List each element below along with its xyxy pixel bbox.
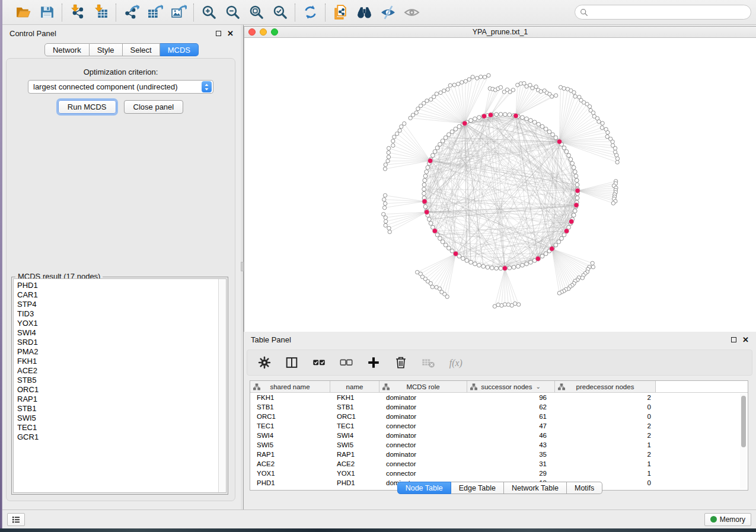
mcds-result-item[interactable]: TID3 — [17, 309, 218, 319]
mcds-result-item[interactable]: PMA2 — [17, 347, 218, 357]
desktop-wallpaper-strip — [0, 528, 756, 532]
export-table-button[interactable] — [146, 4, 164, 21]
cell: 2 — [555, 394, 656, 401]
tab-motifs[interactable]: Motifs — [567, 482, 602, 494]
table-row[interactable]: ORC1ORC1dominator610 — [250, 412, 748, 421]
table-row[interactable]: TEC1TEC1connector472 — [250, 421, 748, 431]
table-row[interactable]: SWI4SWI4dominator462 — [250, 431, 748, 440]
mcds-result-item[interactable]: STB5 — [17, 376, 218, 385]
import-table-button[interactable] — [92, 4, 110, 21]
delete-table-icon — [421, 355, 435, 370]
clone-network-button[interactable] — [331, 4, 349, 21]
mcds-result-item[interactable]: SWI5 — [17, 414, 218, 423]
export-image-button[interactable] — [170, 4, 187, 21]
network-canvas[interactable] — [244, 38, 756, 332]
table-row[interactable]: FKH1FKH1dominator962 — [250, 393, 748, 402]
save-icon — [39, 4, 55, 20]
tab-network[interactable]: Network — [44, 43, 90, 56]
columns-icon — [285, 355, 299, 370]
show-details-button[interactable] — [403, 4, 420, 21]
mcds-result-list[interactable]: PHD1CAR1STP4TID3YOX1SWI4SRD1PMA2FKH1ACE2… — [17, 281, 218, 492]
table-panel-title: Table Panel — [251, 335, 291, 344]
delete-button[interactable] — [393, 355, 409, 370]
mcds-result-scrollbar[interactable] — [218, 279, 226, 492]
mcds-result-item[interactable]: FKH1 — [17, 357, 218, 366]
column-header-predecessor-nodes[interactable]: predecessor nodes — [555, 381, 656, 392]
mcds-result-item[interactable]: RAP1 — [17, 395, 218, 404]
refresh-button[interactable] — [301, 4, 319, 21]
gear-button[interactable] — [257, 355, 272, 370]
save-button[interactable] — [38, 4, 56, 21]
close-panel-button[interactable]: Close panel — [124, 100, 184, 114]
mcds-result-item[interactable]: YOX1 — [17, 319, 218, 328]
cell: 62 — [467, 403, 555, 411]
mcds-result-item[interactable]: STP4 — [17, 300, 218, 309]
close-table-panel-icon[interactable]: ✕ — [742, 336, 749, 344]
select-all-button[interactable] — [311, 355, 327, 370]
column-header-shared-name[interactable]: shared name — [250, 381, 330, 392]
deselect-all-button[interactable] — [339, 355, 354, 370]
tab-node-table[interactable]: Node Table — [397, 482, 451, 494]
mcds-result-item[interactable]: PHD1 — [17, 281, 218, 290]
open-folder-button[interactable] — [14, 4, 32, 21]
mcds-result-item[interactable]: SWI4 — [17, 328, 218, 338]
hide-details-icon — [380, 4, 396, 20]
cell: STB1 — [250, 403, 330, 411]
function-button: f(x) — [448, 355, 463, 370]
network-window-titlebar[interactable]: YPA_prune.txt_1 — [244, 27, 756, 38]
add-button[interactable] — [366, 355, 381, 370]
table-row[interactable]: YOX1YOX1connector291 — [250, 469, 748, 478]
import-network-button[interactable] — [68, 4, 86, 21]
network-search-box[interactable] — [575, 5, 751, 20]
tab-edge-table[interactable]: Edge Table — [451, 482, 504, 494]
hide-details-button[interactable] — [379, 4, 397, 21]
table-row[interactable]: RAP1RAP1dominator352 — [250, 450, 748, 459]
zoom-selected-icon — [272, 4, 288, 20]
run-mcds-button[interactable]: Run MCDS — [58, 100, 116, 114]
close-panel-icon[interactable]: ✕ — [227, 30, 234, 37]
cell: 2 — [555, 422, 656, 430]
optimization-criterion-select[interactable]: largest connected component (undirected) — [28, 80, 213, 94]
zoom-out-button[interactable] — [224, 4, 241, 21]
tab-network-table[interactable]: Network Table — [504, 482, 567, 494]
column-header-MCDS-role[interactable]: MCDS role — [379, 381, 467, 392]
float-table-panel-icon[interactable] — [731, 337, 736, 342]
float-panel-icon[interactable] — [216, 31, 221, 36]
cell: 47 — [467, 422, 555, 430]
refresh-icon — [302, 4, 318, 20]
export-network-button[interactable] — [122, 4, 140, 21]
cell: YOX1 — [330, 470, 379, 477]
memory-status-icon — [710, 516, 717, 523]
columns-button[interactable] — [284, 355, 299, 370]
task-history-button[interactable] — [7, 513, 25, 526]
column-header-name[interactable]: name — [330, 381, 379, 392]
mcds-result-item[interactable]: GCR1 — [17, 432, 218, 442]
table-row[interactable]: STB1STB1dominator620 — [250, 402, 748, 412]
delete-table-button — [420, 355, 436, 370]
node-table[interactable]: shared namenameMCDS rolesuccessor nodes⌄… — [250, 380, 748, 491]
export-network-icon — [123, 4, 139, 20]
memory-button[interactable]: Memory — [704, 513, 751, 526]
mcds-result-item[interactable]: ACE2 — [17, 366, 218, 376]
search-input[interactable] — [591, 8, 746, 17]
mcds-result-item[interactable]: TEC1 — [17, 423, 218, 432]
mcds-result-item[interactable]: ORC1 — [17, 385, 218, 395]
zoom-selected-button[interactable] — [271, 4, 289, 21]
zoom-in-button[interactable] — [200, 4, 218, 21]
mcds-result-item[interactable]: CAR1 — [17, 290, 218, 300]
mcds-result-item[interactable]: SRD1 — [17, 338, 218, 347]
table-toolbar: f(x) — [247, 350, 752, 376]
tab-select[interactable]: Select — [123, 43, 160, 56]
tab-mcds[interactable]: MCDS — [160, 43, 199, 56]
zoom-fit-button[interactable] — [247, 4, 265, 21]
cell: dominator — [379, 403, 467, 411]
optimization-criterion-label: Optimization criterion: — [7, 68, 235, 76]
binoculars-button[interactable] — [355, 4, 373, 21]
mcds-result-item[interactable]: STB1 — [17, 404, 218, 414]
table-row[interactable]: SWI5SWI5connector431 — [250, 440, 748, 450]
table-row[interactable]: ACE2ACE2connector311 — [250, 459, 748, 469]
network-graph[interactable] — [244, 38, 756, 332]
column-header-successor-nodes[interactable]: successor nodes⌄ — [467, 381, 555, 392]
tab-style[interactable]: Style — [90, 43, 123, 56]
table-scrollbar[interactable] — [740, 393, 747, 489]
